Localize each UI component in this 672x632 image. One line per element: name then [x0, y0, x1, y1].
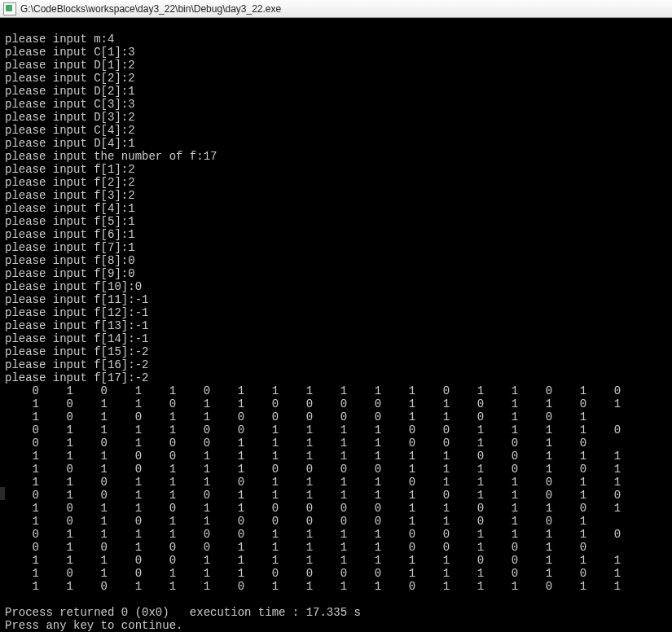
- app-icon: [3, 2, 16, 15]
- gutter-mark: [0, 487, 5, 500]
- console-output: please input m:4 please input C[1]:3 ple…: [0, 29, 672, 632]
- window-titlebar[interactable]: G:\CodeBlocks\workspace\day3_22\bin\Debu…: [0, 0, 672, 18]
- left-gutter: [0, 18, 5, 632]
- window-title: G:\CodeBlocks\workspace\day3_22\bin\Debu…: [20, 3, 281, 15]
